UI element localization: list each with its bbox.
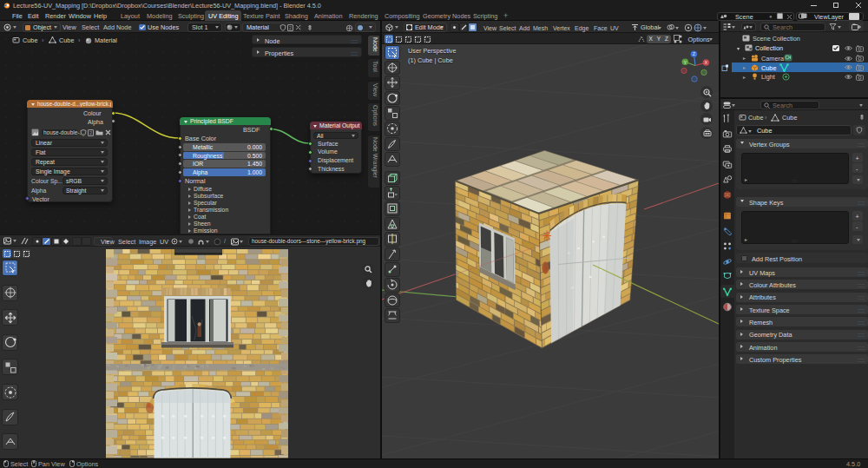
svg-text:X: X [705, 60, 708, 65]
svg-text:Y: Y [683, 60, 687, 65]
